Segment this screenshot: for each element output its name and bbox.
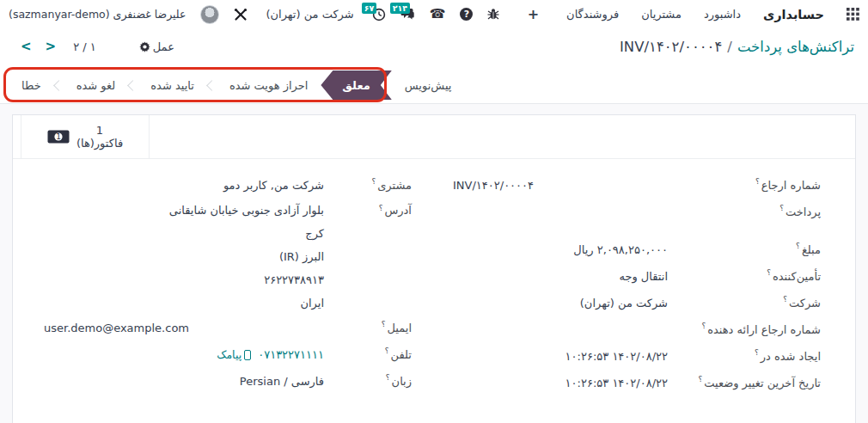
statusbar-row: پیش‌نویس معلق احراز هویت شده تایید شده ل… [0, 64, 868, 104]
field-last-state-change: تاریخ آخرین تغییر وضعیت؟ ۱۴۰۲/۰۸/۲۲ ۱۰:۲… [453, 370, 821, 396]
stage-error[interactable]: خطا [9, 70, 54, 100]
field-last-state-change-label: تاریخ آخرین تغییر وضعیت؟ [668, 377, 821, 389]
gear-icon [139, 41, 150, 52]
help-mark: ؟ [379, 204, 383, 212]
apps-grid-icon[interactable] [847, 8, 859, 21]
sms-label: پیامک [217, 348, 241, 361]
button-box: 1 فاکتور(ها) 1 [13, 115, 855, 159]
content-area: 1 فاکتور(ها) 1 شماره ارجاع؟ INV/۱۴۰۲/۰۰۰… [0, 104, 868, 423]
field-customer: مشتری؟ شرکت من, کاربر دمو [44, 172, 412, 199]
field-provider-label: تأمین‌کننده؟ [668, 270, 821, 283]
help-mark: ؟ [755, 177, 760, 186]
field-language-label: زبان؟ [324, 375, 412, 388]
messages-badge: ۲۱۴ [390, 3, 410, 14]
stage-pending-active[interactable]: معلق [321, 70, 391, 100]
field-company: شرکت؟ شرکت من (تهران) [453, 290, 821, 316]
field-provider-reference: شماره ارجاع ارائه دهنده؟ [453, 316, 821, 343]
chevron-left-icon [206, 80, 217, 91]
field-reference-label: شماره ارجاع؟ [668, 179, 821, 192]
statusbar: پیش‌نویس معلق احراز هویت شده تایید شده ل… [9, 70, 464, 100]
address-country: ایران [44, 291, 324, 315]
help-mark: ؟ [779, 204, 784, 212]
field-phone-value[interactable]: ۰۷۱۳۲۲۷۱۱۱۱ [258, 348, 324, 361]
user-menu[interactable]: علیرضا غضنفری (sazmanyar-demo) [9, 8, 186, 21]
help-icon[interactable]: ? [460, 8, 473, 21]
activities-badge: ۶۷ [362, 3, 377, 14]
field-customer-label: مشتری؟ [324, 179, 412, 192]
action-menu-button[interactable]: عمل [139, 40, 174, 53]
field-language-value: فارسی / Persian [44, 375, 324, 388]
pager-previous-icon[interactable]: < [15, 39, 37, 54]
invoices-smart-button[interactable]: 1 فاکتور(ها) 1 [21, 115, 150, 158]
help-mark: ؟ [701, 322, 706, 330]
systray: ? ☎ ۲۱۴ ۶۷ شرکت من (تهران) [9, 5, 499, 24]
field-payment-label: پرداخت؟ [668, 205, 821, 218]
field-last-state-change-value: ۱۴۰۲/۰۸/۲۲ ۱۰:۲۶:۵۳ [453, 377, 668, 389]
field-provider-value[interactable]: انتقال وجه [453, 270, 668, 283]
field-language: زبان؟ فارسی / Persian [44, 368, 412, 395]
pager-value: ۲ / ۱ [73, 40, 96, 53]
app-name-accounting[interactable]: حسابداری [763, 8, 824, 21]
voip-phone-icon[interactable]: ☎ [430, 8, 446, 21]
field-company-value: شرکت من (تهران) [453, 297, 668, 310]
field-payment: پرداخت؟ [453, 199, 821, 225]
activities-clock-icon[interactable]: ۶۷ [372, 8, 386, 21]
help-mark: ؟ [386, 373, 390, 382]
stage-confirmed[interactable]: تایید شده [138, 70, 207, 100]
help-mark: ؟ [382, 320, 386, 328]
field-reference: شماره ارجاع؟ INV/۱۴۰۲/۰۰۰۰۴ [453, 172, 821, 199]
top-navbar: حسابداری داشبورد مشتریان فروشندگان + ? ☎ [0, 0, 868, 28]
field-address-label: آدرس؟ [324, 199, 412, 222]
field-created-on: ایجاد شده در؟ ۱۴۰۲/۰۸/۲۲ ۱۰:۲۶:۵۳ [453, 343, 821, 370]
tools-icon[interactable] [234, 8, 248, 21]
messages-icon[interactable]: ۲۱۴ [400, 8, 415, 21]
field-amount: مبلغ؟ ۲,۰۹۸,۲۵۰,۰۰۰ ریال [453, 236, 821, 263]
help-mark: ؟ [371, 177, 376, 186]
field-email-value[interactable]: user.demo@example.com [44, 322, 324, 334]
main-menu: حسابداری داشبورد مشتریان فروشندگان + [528, 6, 859, 22]
help-mark: ؟ [796, 242, 800, 250]
field-email: ایمیل؟ user.demo@example.com [44, 315, 412, 341]
breadcrumb-current-record: INV/۱۴۰۲/۰۰۰۰۴ [620, 39, 722, 55]
invoice-count-label: فاکتور(ها) [76, 137, 123, 150]
breadcrumb: تراکنش‌های پرداخت / INV/۱۴۰۲/۰۰۰۰۴ [620, 39, 854, 55]
help-mark: ؟ [385, 346, 389, 355]
stage-cancelled[interactable]: لغو شده [64, 70, 129, 100]
field-provider: تأمین‌کننده؟ انتقال وجه [453, 263, 821, 290]
company-switcher[interactable]: شرکت من (تهران) [266, 8, 353, 21]
svg-text:1: 1 [56, 132, 61, 141]
stage-draft[interactable]: پیش‌نویس [392, 70, 465, 100]
sms-button[interactable]: پیامک [217, 348, 251, 361]
action-menu-label: عمل [153, 40, 174, 53]
form-sheet: 1 فاکتور(ها) 1 شماره ارجاع؟ INV/۱۴۰۲/۰۰۰… [12, 114, 856, 423]
field-reference-value: INV/۱۴۰۲/۰۰۰۰۴ [453, 179, 668, 192]
help-mark: ؟ [698, 375, 702, 383]
menu-dashboard[interactable]: داشبورد [704, 8, 741, 21]
user-avatar[interactable] [200, 5, 219, 24]
sms-icon [244, 350, 251, 360]
field-phone-label: تلفن؟ [324, 348, 412, 361]
breadcrumb-payment-transactions[interactable]: تراکنش‌های پرداخت [737, 39, 854, 55]
pager-and-actions: < > ۲ / ۱ عمل [15, 28, 174, 64]
field-provider-reference-label: شماره ارجاع ارائه دهنده؟ [668, 323, 821, 336]
field-group-customer-info: مشتری؟ شرکت من, کاربر دمو آدرس؟ بلوار آز… [44, 172, 412, 396]
address-zip: ۲۶۲۲۷۳۸۹۱۳ [44, 268, 324, 291]
pager-next-icon[interactable]: > [40, 39, 62, 54]
menu-customers[interactable]: مشتریان [641, 8, 682, 21]
plus-menu-icon[interactable]: + [528, 6, 539, 22]
bug-icon[interactable] [487, 8, 499, 21]
address-street: بلوار آزادی جنوبی خیابان شایقانی [44, 199, 324, 222]
breadcrumb-separator: / [727, 39, 732, 55]
field-created-on-label: ایجاد شده در؟ [668, 350, 821, 363]
field-customer-value[interactable]: شرکت من, کاربر دمو [44, 179, 324, 192]
field-address: آدرس؟ بلوار آزادی جنوبی خیابان شایقانی ک… [44, 199, 412, 315]
invoice-count: 1 [96, 124, 103, 137]
money-bill-icon: 1 [47, 130, 70, 144]
help-mark: ؟ [767, 268, 771, 277]
menu-vendors[interactable]: فروشندگان [566, 8, 619, 21]
stage-authenticated[interactable]: احراز هویت شده [217, 70, 321, 100]
field-amount-label: مبلغ؟ [668, 243, 821, 256]
field-amount-value: ۲,۰۹۸,۲۵۰,۰۰۰ ریال [453, 243, 668, 256]
chevron-left-icon [53, 80, 64, 91]
address-state: البرز (IR) [44, 245, 324, 268]
